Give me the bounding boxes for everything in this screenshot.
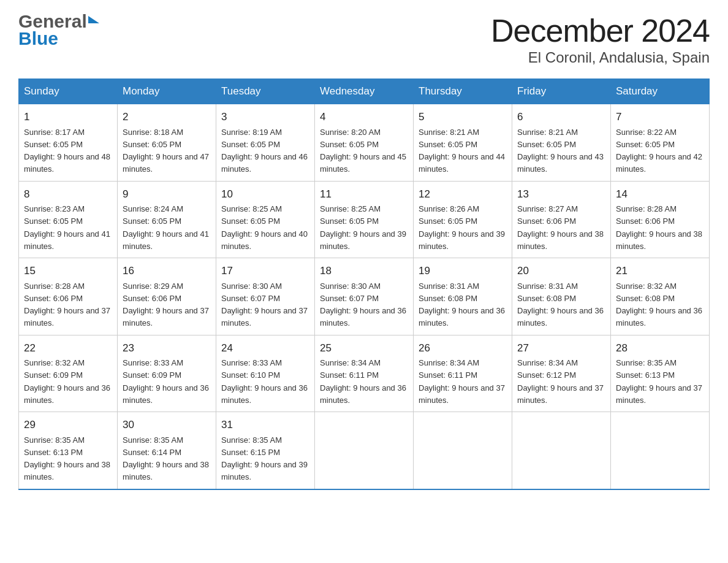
- col-thursday: Thursday: [414, 79, 512, 104]
- day-number: 25: [320, 340, 408, 356]
- day-info: Sunrise: 8:22 AMSunset: 6:05 PMDaylight:…: [616, 128, 702, 174]
- col-sunday: Sunday: [19, 79, 118, 104]
- table-row: 5 Sunrise: 8:21 AMSunset: 6:05 PMDayligh…: [414, 104, 512, 182]
- day-number: 24: [221, 340, 309, 356]
- day-number: 27: [517, 340, 605, 356]
- location-title: El Coronil, Andalusia, Spain: [491, 49, 710, 66]
- day-number: 5: [419, 109, 507, 125]
- day-number: 3: [221, 109, 309, 125]
- day-info: Sunrise: 8:29 AMSunset: 6:06 PMDaylight:…: [123, 282, 209, 328]
- col-monday: Monday: [118, 79, 216, 104]
- day-info: Sunrise: 8:32 AMSunset: 6:08 PMDaylight:…: [616, 282, 702, 328]
- table-row: 18 Sunrise: 8:30 AMSunset: 6:07 PMDaylig…: [315, 258, 414, 335]
- day-info: Sunrise: 8:26 AMSunset: 6:05 PMDaylight:…: [419, 204, 505, 251]
- day-number: 6: [517, 109, 605, 125]
- calendar-table: Sunday Monday Tuesday Wednesday Thursday…: [18, 79, 710, 490]
- day-info: Sunrise: 8:24 AMSunset: 6:05 PMDaylight:…: [123, 204, 209, 251]
- calendar-week-row: 8 Sunrise: 8:23 AMSunset: 6:05 PMDayligh…: [19, 181, 710, 258]
- table-row: 31 Sunrise: 8:35 AMSunset: 6:15 PMDaylig…: [216, 412, 315, 489]
- col-wednesday: Wednesday: [315, 79, 414, 104]
- day-info: Sunrise: 8:31 AMSunset: 6:08 PMDaylight:…: [419, 282, 505, 328]
- day-number: 2: [123, 109, 211, 125]
- day-info: Sunrise: 8:25 AMSunset: 6:05 PMDaylight:…: [221, 204, 308, 251]
- day-info: Sunrise: 8:28 AMSunset: 6:06 PMDaylight:…: [24, 282, 110, 328]
- day-info: Sunrise: 8:31 AMSunset: 6:08 PMDaylight:…: [517, 282, 604, 328]
- day-number: 22: [24, 340, 112, 356]
- day-info: Sunrise: 8:33 AMSunset: 6:10 PMDaylight:…: [221, 358, 308, 405]
- table-row: 1 Sunrise: 8:17 AMSunset: 6:05 PMDayligh…: [19, 104, 118, 182]
- table-row: 30 Sunrise: 8:35 AMSunset: 6:14 PMDaylig…: [118, 412, 216, 489]
- calendar-week-row: 1 Sunrise: 8:17 AMSunset: 6:05 PMDayligh…: [19, 104, 710, 182]
- day-info: Sunrise: 8:17 AMSunset: 6:05 PMDaylight:…: [24, 128, 110, 174]
- day-number: 14: [616, 186, 704, 202]
- col-friday: Friday: [512, 79, 611, 104]
- table-row: 9 Sunrise: 8:24 AMSunset: 6:05 PMDayligh…: [118, 181, 216, 258]
- day-number: 8: [24, 186, 112, 202]
- day-number: 16: [123, 263, 211, 279]
- day-info: Sunrise: 8:23 AMSunset: 6:05 PMDaylight:…: [24, 204, 110, 251]
- day-number: 15: [24, 263, 112, 279]
- calendar-week-row: 29 Sunrise: 8:35 AMSunset: 6:13 PMDaylig…: [19, 412, 710, 489]
- day-info: Sunrise: 8:21 AMSunset: 6:05 PMDaylight:…: [517, 128, 604, 174]
- day-info: Sunrise: 8:35 AMSunset: 6:13 PMDaylight:…: [616, 358, 702, 405]
- table-row: 16 Sunrise: 8:29 AMSunset: 6:06 PMDaylig…: [118, 258, 216, 335]
- day-number: 21: [616, 263, 704, 279]
- day-info: Sunrise: 8:28 AMSunset: 6:06 PMDaylight:…: [616, 204, 702, 251]
- day-number: 7: [616, 109, 704, 125]
- table-row: 25 Sunrise: 8:34 AMSunset: 6:11 PMDaylig…: [315, 335, 414, 412]
- day-number: 23: [123, 340, 211, 356]
- month-title: December 2024: [491, 12, 710, 49]
- table-row: 3 Sunrise: 8:19 AMSunset: 6:05 PMDayligh…: [216, 104, 315, 182]
- day-number: 10: [221, 186, 309, 202]
- day-number: 28: [616, 340, 704, 356]
- table-row: 4 Sunrise: 8:20 AMSunset: 6:05 PMDayligh…: [315, 104, 414, 182]
- day-info: Sunrise: 8:30 AMSunset: 6:07 PMDaylight:…: [221, 282, 308, 328]
- table-row: 29 Sunrise: 8:35 AMSunset: 6:13 PMDaylig…: [19, 412, 118, 489]
- table-row: 23 Sunrise: 8:33 AMSunset: 6:09 PMDaylig…: [118, 335, 216, 412]
- calendar-week-row: 22 Sunrise: 8:32 AMSunset: 6:09 PMDaylig…: [19, 335, 710, 412]
- day-number: 1: [24, 109, 112, 125]
- page-header: General Blue December 2024 El Coronil, A…: [18, 12, 710, 66]
- day-info: Sunrise: 8:19 AMSunset: 6:05 PMDaylight:…: [221, 128, 308, 174]
- table-row: 2 Sunrise: 8:18 AMSunset: 6:05 PMDayligh…: [118, 104, 216, 182]
- day-info: Sunrise: 8:25 AMSunset: 6:05 PMDaylight:…: [320, 204, 406, 251]
- table-row: 8 Sunrise: 8:23 AMSunset: 6:05 PMDayligh…: [19, 181, 118, 258]
- day-info: Sunrise: 8:35 AMSunset: 6:15 PMDaylight:…: [221, 435, 308, 482]
- logo: General Blue: [18, 12, 99, 49]
- day-info: Sunrise: 8:34 AMSunset: 6:11 PMDaylight:…: [320, 358, 406, 405]
- day-number: 26: [419, 340, 507, 356]
- day-info: Sunrise: 8:35 AMSunset: 6:14 PMDaylight:…: [123, 435, 209, 482]
- table-row: [512, 412, 611, 489]
- day-info: Sunrise: 8:32 AMSunset: 6:09 PMDaylight:…: [24, 358, 110, 405]
- table-row: [315, 412, 414, 489]
- day-info: Sunrise: 8:20 AMSunset: 6:05 PMDaylight:…: [320, 128, 406, 174]
- day-info: Sunrise: 8:30 AMSunset: 6:07 PMDaylight:…: [320, 282, 406, 328]
- logo-blue-text: Blue: [18, 28, 58, 49]
- table-row: 21 Sunrise: 8:32 AMSunset: 6:08 PMDaylig…: [611, 258, 710, 335]
- day-number: 20: [517, 263, 605, 279]
- table-row: 10 Sunrise: 8:25 AMSunset: 6:05 PMDaylig…: [216, 181, 315, 258]
- table-row: 27 Sunrise: 8:34 AMSunset: 6:12 PMDaylig…: [512, 335, 611, 412]
- day-info: Sunrise: 8:27 AMSunset: 6:06 PMDaylight:…: [517, 204, 604, 251]
- day-number: 19: [419, 263, 507, 279]
- day-info: Sunrise: 8:34 AMSunset: 6:12 PMDaylight:…: [517, 358, 604, 405]
- table-row: 13 Sunrise: 8:27 AMSunset: 6:06 PMDaylig…: [512, 181, 611, 258]
- day-info: Sunrise: 8:18 AMSunset: 6:05 PMDaylight:…: [123, 128, 209, 174]
- calendar-header-row: Sunday Monday Tuesday Wednesday Thursday…: [19, 79, 710, 104]
- day-info: Sunrise: 8:33 AMSunset: 6:09 PMDaylight:…: [123, 358, 209, 405]
- day-number: 31: [221, 417, 309, 433]
- table-row: 20 Sunrise: 8:31 AMSunset: 6:08 PMDaylig…: [512, 258, 611, 335]
- table-row: 26 Sunrise: 8:34 AMSunset: 6:11 PMDaylig…: [414, 335, 512, 412]
- calendar-week-row: 15 Sunrise: 8:28 AMSunset: 6:06 PMDaylig…: [19, 258, 710, 335]
- title-block: December 2024 El Coronil, Andalusia, Spa…: [491, 12, 710, 66]
- day-number: 9: [123, 186, 211, 202]
- table-row: 28 Sunrise: 8:35 AMSunset: 6:13 PMDaylig…: [611, 335, 710, 412]
- day-info: Sunrise: 8:34 AMSunset: 6:11 PMDaylight:…: [419, 358, 505, 405]
- table-row: [414, 412, 512, 489]
- col-saturday: Saturday: [611, 79, 710, 104]
- table-row: 17 Sunrise: 8:30 AMSunset: 6:07 PMDaylig…: [216, 258, 315, 335]
- day-number: 13: [517, 186, 605, 202]
- day-info: Sunrise: 8:35 AMSunset: 6:13 PMDaylight:…: [24, 435, 110, 482]
- day-number: 12: [419, 186, 507, 202]
- table-row: 24 Sunrise: 8:33 AMSunset: 6:10 PMDaylig…: [216, 335, 315, 412]
